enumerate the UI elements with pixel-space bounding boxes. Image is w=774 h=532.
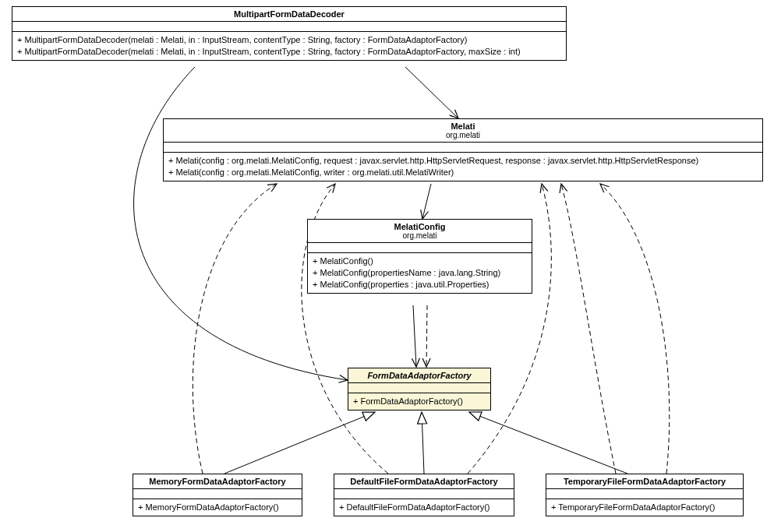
edge-def-fdaf xyxy=(422,412,424,474)
edge-tmp-fdaf xyxy=(469,412,627,474)
op: + MultipartFormDataDecoder(melati : Mela… xyxy=(17,46,561,58)
class-attrs xyxy=(133,488,302,499)
edge-mem-fdaf xyxy=(224,412,375,474)
op: + MelatiConfig(properties : java.util.Pr… xyxy=(313,279,527,291)
class-attrs xyxy=(12,21,566,31)
class-temporaryfileformdataadaptorfactory: TemporaryFileFormDataAdaptorFactory + Te… xyxy=(546,474,744,516)
class-title: MemoryFormDataAdaptorFactory xyxy=(149,477,285,486)
class-ops: + MultipartFormDataDecoder(melati : Mela… xyxy=(12,31,566,60)
class-melaticonfig: MelatiConfig org.melati + MelatiConfig()… xyxy=(307,219,532,294)
class-defaultfileformdataadaptorfactory: DefaultFileFormDataAdaptorFactory + Defa… xyxy=(334,474,514,516)
edge-mem-melati xyxy=(193,184,277,474)
class-package: org.melati xyxy=(313,231,527,240)
op: + MelatiConfig(propertiesName : java.lan… xyxy=(313,267,527,279)
class-attrs xyxy=(334,488,514,499)
class-memoryformdataadaptorfactory: MemoryFormDataAdaptorFactory + MemoryFor… xyxy=(133,474,302,516)
op: + DefaultFileFormDataAdaptorFactory() xyxy=(339,502,509,513)
class-attrs xyxy=(546,488,743,499)
class-melati: Melati org.melati + Melati(config : org.… xyxy=(163,118,763,181)
class-title: TemporaryFileFormDataAdaptorFactory xyxy=(564,477,726,486)
edge-mconfig-fdaf-dashed xyxy=(426,305,427,367)
edge-tmp-melati-2 xyxy=(600,184,670,474)
class-title: FormDataAdaptorFactory xyxy=(367,371,471,380)
class-ops: + MelatiConfig() + MelatiConfig(properti… xyxy=(308,252,532,293)
op: + FormDataAdaptorFactory() xyxy=(353,396,486,407)
edge-melati-mconfig xyxy=(422,184,431,219)
op: + MelatiConfig() xyxy=(313,255,527,267)
op: + MemoryFormDataAdaptorFactory() xyxy=(138,502,297,513)
class-multipartformdatadecoder: MultipartFormDataDecoder + MultipartForm… xyxy=(12,6,567,61)
class-ops: + FormDataAdaptorFactory() xyxy=(348,393,490,410)
class-attrs xyxy=(348,382,490,393)
class-ops: + TemporaryFileFormDataAdaptorFactory() xyxy=(546,499,743,516)
class-ops: + MemoryFormDataAdaptorFactory() xyxy=(133,499,302,516)
op: + MultipartFormDataDecoder(melati : Mela… xyxy=(17,34,561,46)
class-attrs xyxy=(164,142,762,152)
class-formdataadaptorfactory: FormDataAdaptorFactory + FormDataAdaptor… xyxy=(348,368,491,410)
class-title: DefaultFileFormDataAdaptorFactory xyxy=(350,477,497,486)
class-package: org.melati xyxy=(168,131,758,139)
class-attrs xyxy=(308,242,532,252)
class-ops: + Melati(config : org.melati.MelatiConfi… xyxy=(164,152,762,181)
op: + Melati(config : org.melati.MelatiConfi… xyxy=(168,167,758,178)
op: + TemporaryFileFormDataAdaptorFactory() xyxy=(551,502,738,513)
edge-tmp-melati-1 xyxy=(561,184,616,474)
op: + Melati(config : org.melati.MelatiConfi… xyxy=(168,155,758,167)
class-ops: + DefaultFileFormDataAdaptorFactory() xyxy=(334,499,514,516)
class-title: Melati xyxy=(168,122,758,131)
class-title: MultipartFormDataDecoder xyxy=(234,9,345,19)
edge-mpfdd-melati xyxy=(405,67,458,118)
class-title: MelatiConfig xyxy=(313,222,527,231)
edge-mconfig-fdaf-solid xyxy=(413,305,416,367)
